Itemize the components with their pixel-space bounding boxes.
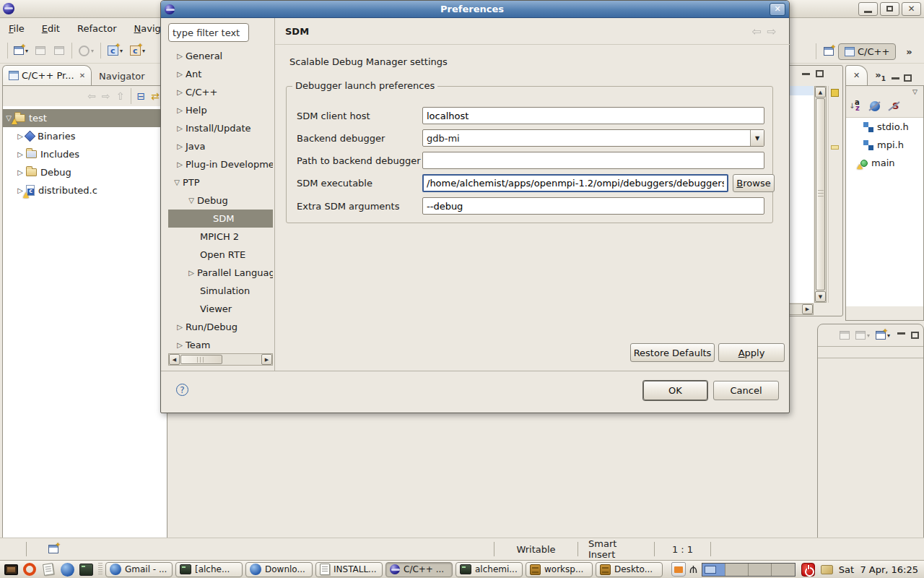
client-host-input[interactable] [422,107,764,124]
help-button[interactable]: ? [176,384,188,396]
prefs-tree-help[interactable]: ▷Help [168,101,273,119]
prefs-tree-debug[interactable]: ▽Debug [168,191,273,210]
prefs-tree-java[interactable]: ▷Java [168,137,273,155]
sdm-executable-input[interactable] [422,174,728,192]
prefs-tree-parallel-language[interactable]: ▷Parallel Languag [168,264,273,282]
tab-navigator[interactable]: Navigator [92,67,152,85]
cancel-button[interactable]: Cancel [713,381,779,400]
prefs-tree-sdm[interactable]: SDM [168,210,273,228]
minimize-button[interactable] [858,2,878,16]
task-workspace-folder[interactable]: worksp... [526,562,593,577]
tree-item-includes[interactable]: ▷ Includes [3,145,167,163]
browse-button[interactable]: Browse [733,174,775,192]
maximize-view-icon[interactable] [816,70,824,77]
shutdown-button[interactable] [801,563,815,577]
preferences-titlebar[interactable]: Preferences ✕ [161,1,789,18]
new-wizard-button[interactable]: ✦ ▾ [11,46,31,55]
prefs-tree-team[interactable]: ▷Team [168,336,273,354]
fast-view-icon[interactable]: ✦ [48,545,58,553]
more-views-chevron[interactable]: »1 [875,69,886,82]
page-forward-icon[interactable]: ⇨ [767,25,777,38]
minimize-view-icon[interactable] [897,332,905,335]
tree-item-debug-folder[interactable]: ▷ Debug [3,163,167,181]
close-button[interactable]: ✕ [902,2,921,16]
task-eclipse[interactable]: C/C++ ... [385,562,453,577]
tab-close-icon[interactable]: ✕ [853,71,860,80]
workspace-1[interactable] [702,564,725,576]
scroll-right-button[interactable]: ▶ [261,354,272,365]
back-icon[interactable]: ⇦ [87,90,96,102]
maximize-button[interactable] [880,2,899,16]
tab-close-icon[interactable]: ✕ [79,72,85,79]
hide-fields-icon[interactable] [868,100,883,113]
expander-icon[interactable]: ▷ [14,150,26,158]
page-back-icon[interactable]: ⇦ [751,25,761,38]
outline-item-main[interactable]: main [846,154,923,172]
debug-button[interactable]: ▾ [75,46,97,56]
save-button[interactable] [31,46,50,55]
print-button[interactable] [50,46,69,55]
open-console-icon[interactable]: ✦ ▾ [876,331,890,340]
prefs-tree-ptp[interactable]: ▽PTP [168,173,273,191]
new-c-project-button[interactable]: c ✦ ▾ [126,46,149,56]
outline-item-stdio[interactable]: stdio.h [846,118,923,136]
prefs-tree-ant[interactable]: ▷Ant [168,65,273,83]
open-perspective-icon[interactable]: ✦ [824,47,834,56]
tree-item-binaries[interactable]: ▷ Binaries [3,127,167,145]
task-downloads[interactable]: Downlo... [245,562,313,577]
warning-marker[interactable] [831,145,839,150]
prefs-tree-open-rte[interactable]: Open RTE [168,246,273,264]
apply-button[interactable]: Apply [718,343,785,362]
view-menu-icon[interactable]: ▽ [912,88,918,95]
collapse-all-icon[interactable]: ⊟ [137,90,146,102]
scrollbar-thumb[interactable] [816,98,825,290]
workspace-4[interactable] [772,564,795,576]
workspace-3[interactable] [749,564,772,576]
task-alche-terminal[interactable]: [alche... [175,562,243,577]
scroll-right-button[interactable]: ▶ [802,304,813,314]
filter-input[interactable] [168,23,249,42]
task-alchemist-terminal[interactable]: alchemi... [456,562,523,577]
pin-console-icon[interactable] [840,331,850,340]
maximize-view-icon[interactable] [911,332,919,339]
task-install[interactable]: INSTALL... [315,562,383,577]
scrollbar-thumb[interactable] [180,355,222,364]
menu-edit[interactable]: Edit [33,20,69,37]
ubuntu-menu-launcher[interactable] [21,561,38,577]
prefs-tree-mpich2[interactable]: MPICH 2 [168,228,273,246]
extra-args-input[interactable] [422,197,764,215]
menu-file[interactable]: File [0,20,33,37]
scroll-down-button[interactable]: ▼ [815,291,826,302]
backend-debugger-combo[interactable]: gdb-mi ▼ [422,129,764,147]
link-with-editor-icon[interactable]: ⇄ [151,90,160,102]
up-icon[interactable]: ⇧ [116,90,125,102]
minimize-view-icon[interactable] [802,73,810,75]
trash-icon[interactable] [671,562,686,577]
prefs-tree-run-debug[interactable]: ▷Run/Debug [168,318,273,336]
overview-ruler[interactable] [828,86,841,303]
prefs-tree-plugin-dev[interactable]: ▷Plug-in Developme [168,155,273,173]
prefs-tree-simulation[interactable]: Simulation [168,282,273,300]
scroll-up-button[interactable]: ▲ [815,87,826,98]
prefs-tree-hscrollbar[interactable]: ◀ ▶ [168,353,273,366]
tab-cpp-projects[interactable]: C/C++ Pr... ✕ [2,65,92,85]
prefs-tree-viewer[interactable]: Viewer [168,300,273,318]
expander-icon[interactable]: ▷ [14,168,26,176]
terminal-launcher[interactable] [77,561,95,577]
perspective-overflow-chevron[interactable]: » [906,46,912,57]
warning-marker[interactable] [831,89,839,97]
menu-refactor[interactable]: Refactor [69,20,126,37]
tray-applet-icon[interactable] [821,565,833,574]
workspace-switcher[interactable] [702,563,796,577]
prefs-tree-install-update[interactable]: ▷Install/Update [168,119,273,137]
ok-button[interactable]: OK [643,381,707,400]
restore-defaults-button[interactable]: Restore Defaults [630,343,715,362]
scroll-left-button[interactable]: ◀ [169,354,180,365]
combo-dropdown-button[interactable]: ▼ [750,130,764,146]
task-desktop-folder[interactable]: Deskto... [596,562,663,577]
prefs-tree-cpp[interactable]: ▷C/C++ [168,83,273,101]
hide-static-members-icon[interactable]: S [888,100,902,113]
clock[interactable]: Sat 7 Apr, 16:25 [839,564,918,575]
maximize-view-icon[interactable] [904,74,912,82]
dialog-close-button[interactable]: ✕ [770,3,785,16]
